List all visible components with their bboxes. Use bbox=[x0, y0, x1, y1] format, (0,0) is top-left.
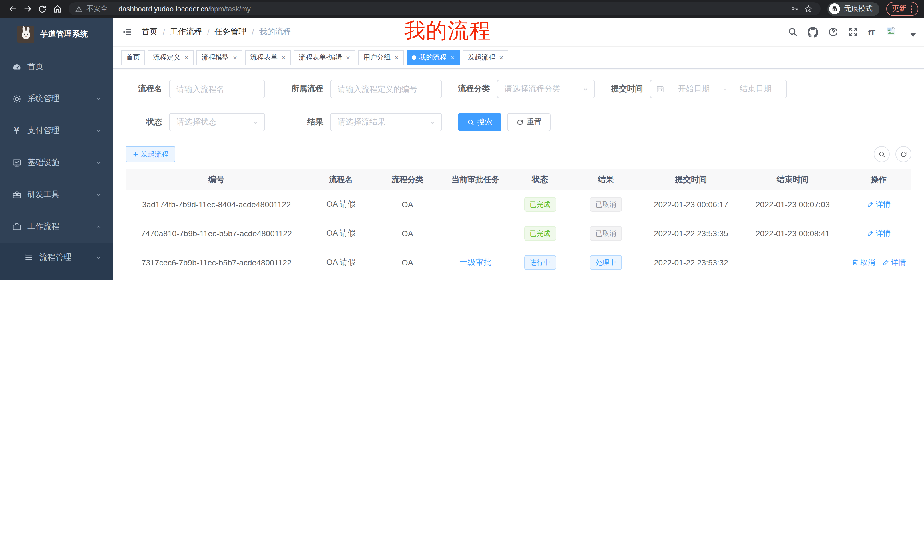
table-row: 2152467e-7b9b-11ec-9a1b-acde48001122OA 请… bbox=[126, 277, 911, 280]
sidebar-item-infrastructure[interactable]: 基础设施 bbox=[0, 147, 113, 179]
breadcrumb-workflow[interactable]: 工作流程 bbox=[170, 27, 202, 37]
sidebar-item-payment[interactable]: ¥ 支付管理 bbox=[0, 115, 113, 147]
chevron-up-icon bbox=[95, 223, 102, 230]
more-vertical-icon[interactable] bbox=[910, 5, 913, 13]
chevron-down-icon bbox=[95, 160, 102, 166]
plus-icon bbox=[132, 151, 139, 157]
cell-current-task: 一级审批 bbox=[440, 248, 510, 277]
update-button[interactable]: 更新 bbox=[886, 2, 918, 16]
result-select-placeholder: 请选择流结果 bbox=[338, 117, 386, 127]
end-date-placeholder[interactable]: 结束日期 bbox=[731, 84, 781, 94]
app-logo[interactable]: 芋道管理系统 bbox=[0, 18, 113, 51]
chevron-down-icon bbox=[429, 119, 436, 125]
start-date-placeholder[interactable]: 开始日期 bbox=[669, 84, 719, 94]
search-button[interactable]: 搜索 bbox=[458, 113, 501, 131]
cell-name: OA 请假 bbox=[307, 219, 375, 248]
tab-流程定义[interactable]: 流程定义× bbox=[148, 50, 194, 65]
github-icon[interactable] bbox=[807, 27, 818, 37]
filter-row-1: 流程名 所属流程 流程分类 请选择流程分类 提交时间 bbox=[126, 80, 911, 98]
tab-close-icon[interactable]: × bbox=[184, 54, 189, 61]
incognito-badge: 无痕模式 bbox=[828, 2, 879, 16]
tab-我的流程[interactable]: 我的流程× bbox=[406, 50, 460, 65]
active-tab-dot bbox=[412, 55, 416, 60]
reset-button-label: 重置 bbox=[526, 117, 542, 127]
status-select[interactable]: 请选择状态 bbox=[169, 113, 265, 131]
category-select[interactable]: 请选择流程分类 bbox=[497, 80, 595, 98]
action-取消[interactable]: 取消 bbox=[851, 258, 875, 268]
filter-label-name: 流程名 bbox=[126, 84, 162, 94]
calendar-icon bbox=[656, 85, 664, 93]
tab-首页[interactable]: 首页 bbox=[121, 50, 145, 65]
app-title: 芋道管理系统 bbox=[40, 29, 88, 39]
process-name-input[interactable] bbox=[169, 80, 265, 98]
filter-label-status: 状态 bbox=[126, 117, 162, 127]
reload-icon[interactable] bbox=[35, 2, 49, 16]
tab-流程表单-编辑[interactable]: 流程表单-编辑× bbox=[294, 50, 355, 65]
create-process-button[interactable]: 发起流程 bbox=[126, 146, 176, 162]
caret-down-icon[interactable] bbox=[910, 33, 916, 37]
cell-current-task bbox=[440, 277, 510, 280]
font-size-icon[interactable]: tT bbox=[868, 27, 875, 37]
tab-用户分组[interactable]: 用户分组× bbox=[358, 50, 404, 65]
sidebar-item-system[interactable]: 系统管理 bbox=[0, 83, 113, 115]
action-详情[interactable]: 详情 bbox=[882, 258, 906, 268]
tab-close-icon[interactable]: × bbox=[233, 54, 237, 61]
show-search-button[interactable] bbox=[874, 146, 890, 162]
fullscreen-icon[interactable] bbox=[848, 27, 858, 37]
sidebar-item-devtools[interactable]: 研发工具 bbox=[0, 179, 113, 211]
sidebar-toggle-icon[interactable] bbox=[122, 27, 132, 37]
avatar[interactable] bbox=[885, 24, 906, 46]
url-path[interactable]: /bpm/task/my bbox=[208, 5, 251, 13]
security-label[interactable]: 不安全 bbox=[86, 4, 108, 14]
reset-button[interactable]: 重置 bbox=[507, 113, 550, 131]
tab-流程表单[interactable]: 流程表单× bbox=[245, 50, 291, 65]
user-avatar-area[interactable] bbox=[885, 18, 916, 46]
sidebar-item-workflow[interactable]: 工作流程 bbox=[0, 211, 113, 243]
sidebar-item-home[interactable]: 首页 bbox=[0, 51, 113, 83]
tab-close-icon[interactable]: × bbox=[451, 54, 454, 61]
star-icon[interactable] bbox=[801, 2, 815, 16]
cell-status: 已完成 bbox=[510, 277, 569, 280]
submit-time-range-picker[interactable]: 开始日期 - 结束日期 bbox=[650, 80, 787, 98]
table-row: 3ad174fb-7b9d-11ec-8404-acde48001122OA 请… bbox=[126, 190, 911, 219]
cell-actions: 详情 bbox=[846, 219, 911, 248]
tab-close-icon[interactable]: × bbox=[394, 54, 399, 61]
key-icon[interactable] bbox=[788, 2, 801, 16]
filter-label-result: 结果 bbox=[281, 117, 323, 127]
search-icon[interactable] bbox=[788, 27, 798, 37]
action-详情[interactable]: 详情 bbox=[867, 228, 891, 239]
search-button-label: 搜索 bbox=[477, 117, 492, 127]
process-definition-input[interactable] bbox=[330, 80, 442, 98]
tab-流程模型[interactable]: 流程模型× bbox=[196, 50, 242, 65]
action-label: 详情 bbox=[876, 199, 891, 210]
sidebar-item-task-mgmt[interactable]: 任务管理 bbox=[0, 272, 113, 280]
home-icon[interactable] bbox=[50, 2, 64, 16]
refresh-table-button[interactable] bbox=[896, 146, 911, 162]
cell-name: OA 请假 bbox=[307, 277, 375, 280]
back-icon[interactable] bbox=[6, 2, 20, 16]
url-host[interactable]: dashboard.yudao.iocoder.cn bbox=[118, 5, 208, 13]
help-icon[interactable] bbox=[828, 27, 838, 37]
status-select-placeholder: 请选择状态 bbox=[177, 117, 216, 127]
cell-category: OA bbox=[375, 190, 440, 219]
forward-icon[interactable] bbox=[21, 2, 34, 16]
tab-发起流程[interactable]: 发起流程× bbox=[463, 50, 508, 65]
action-详情[interactable]: 详情 bbox=[867, 199, 891, 210]
tab-close-icon[interactable]: × bbox=[499, 54, 503, 61]
sidebar-item-process-mgmt[interactable]: 流程管理 bbox=[0, 243, 113, 272]
process-table: 编号 流程名 流程分类 当前审批任务 状态 结果 提交时间 结束时间 操作 3a… bbox=[126, 169, 911, 280]
sidebar-item-label: 系统管理 bbox=[27, 94, 95, 104]
breadcrumb-task-mgmt[interactable]: 任务管理 bbox=[215, 27, 247, 37]
result-select[interactable]: 请选择流结果 bbox=[330, 113, 442, 131]
tab-label: 首页 bbox=[126, 52, 140, 62]
monitor-icon bbox=[11, 157, 22, 168]
current-task-link[interactable]: 一级审批 bbox=[459, 258, 491, 267]
cell-status: 进行中 bbox=[510, 248, 569, 277]
update-label[interactable]: 更新 bbox=[892, 4, 906, 14]
address-bar[interactable]: 不安全 dashboard.yudao.iocoder.cn/bpm/task/… bbox=[69, 2, 820, 15]
breadcrumb-home[interactable]: 首页 bbox=[142, 27, 158, 37]
tab-close-icon[interactable]: × bbox=[346, 54, 350, 61]
tab-close-icon[interactable]: × bbox=[282, 54, 285, 61]
sidebar-item-label: 首页 bbox=[27, 61, 102, 72]
tab-label: 我的流程 bbox=[419, 52, 447, 62]
